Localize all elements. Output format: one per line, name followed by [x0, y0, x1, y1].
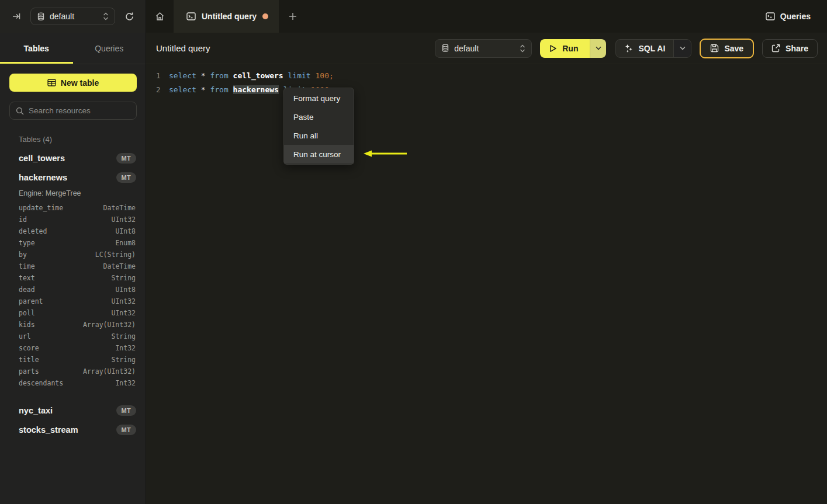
column-row[interactable]: update_timeDateTime [19, 202, 136, 214]
column-row[interactable]: parentUInt32 [19, 296, 136, 307]
table-row-hackernews[interactable]: hackernews MT [19, 168, 136, 187]
column-row[interactable]: deletedUInt8 [19, 225, 136, 237]
menu-item-paste[interactable]: Paste [284, 107, 354, 126]
home-icon [155, 12, 165, 22]
sidebar-tab-tables[interactable]: Tables [0, 33, 73, 64]
column-type: UInt32 [111, 309, 136, 317]
column-type: UInt32 [111, 297, 136, 305]
code-token-keyword: from [210, 85, 233, 94]
run-button-label: Run [562, 44, 578, 53]
plus-icon [289, 12, 297, 20]
column-row[interactable]: deadUInt8 [19, 284, 136, 296]
tab-untitled-query[interactable]: Untitled query [174, 0, 279, 33]
column-row[interactable]: titleString [19, 354, 136, 366]
external-link-icon [771, 44, 780, 53]
query-title: Untitled query [156, 43, 210, 53]
table-engine-label: Engine: MergeTree [19, 189, 146, 197]
database-selector[interactable]: default [30, 8, 115, 25]
refresh-icon [124, 12, 134, 22]
toolbar-database-selector[interactable]: default [435, 39, 532, 58]
column-type: DateTime [103, 262, 136, 270]
column-row[interactable]: urlString [19, 331, 136, 342]
table-name: hackernews [19, 173, 67, 182]
share-button[interactable]: Share [762, 39, 818, 58]
sql-ai-button[interactable]: SQL AI [616, 40, 673, 57]
terminal-icon [186, 12, 196, 20]
table-row-stocks-stream[interactable]: stocks_stream MT [19, 420, 136, 439]
sql-ai-button-group: SQL AI [615, 39, 691, 58]
run-button[interactable]: Run [540, 39, 590, 58]
topbar-left: default [0, 0, 146, 33]
code-token-keyword: select [169, 85, 201, 94]
sidebar-tab-queries[interactable]: Queries [73, 33, 146, 64]
column-row[interactable]: kidsArray(UInt32) [19, 319, 136, 331]
column-name: title [19, 356, 39, 364]
sql-editor[interactable]: 1select * from cell_towers limit 100;2se… [146, 64, 827, 96]
engine-badge: MT [116, 172, 136, 183]
queries-button-label: Queries [780, 12, 811, 21]
column-row[interactable]: textString [19, 272, 136, 284]
column-type: Int32 [115, 344, 136, 352]
play-icon [549, 44, 557, 53]
home-button[interactable] [146, 0, 174, 33]
queries-button[interactable]: Queries [759, 0, 827, 33]
code-token-plain [279, 85, 283, 94]
updown-chevron-icon [103, 12, 109, 20]
column-row[interactable]: idUInt32 [19, 214, 136, 225]
save-button-label: Save [724, 44, 743, 53]
column-type: Int32 [115, 379, 136, 387]
column-type: Array(UInt32) [83, 367, 136, 376]
database-icon [441, 44, 449, 53]
column-name: parent [19, 297, 43, 305]
table-row-nyc-taxi[interactable]: nyc_taxi MT [19, 401, 136, 420]
main-area: Untitled query default [146, 33, 827, 504]
collapse-sidebar-button[interactable] [8, 8, 25, 25]
column-type: String [111, 274, 136, 282]
column-name: parts [19, 367, 39, 376]
code-token-keyword: limit [288, 71, 316, 80]
column-type: Array(UInt32) [83, 321, 136, 329]
column-type: UInt8 [115, 227, 136, 235]
column-row[interactable]: partsArray(UInt32) [19, 366, 136, 377]
code-token-table-selected: hackernews [233, 85, 279, 94]
sql-ai-options-button[interactable] [673, 40, 691, 57]
new-table-button[interactable]: New table [9, 74, 137, 92]
code-line[interactable]: 1select * from cell_towers limit 100; [146, 68, 827, 82]
column-name: descendants [19, 379, 63, 387]
save-button[interactable]: Save [700, 39, 754, 58]
database-selector-value: default [50, 12, 74, 21]
column-row[interactable]: timeDateTime [19, 260, 136, 272]
line-number: 1 [146, 71, 169, 80]
engine-badge: MT [116, 405, 136, 416]
column-name: by [19, 251, 27, 259]
code-line[interactable]: 2select * from hackernews limit 1000 [146, 82, 827, 96]
run-options-button[interactable] [590, 39, 606, 58]
search-input[interactable] [29, 106, 132, 115]
tab-label: Untitled query [202, 12, 257, 21]
column-row[interactable]: pollUInt32 [19, 307, 136, 319]
menu-item-run-at-cursor[interactable]: Run at cursor [284, 145, 354, 164]
tab-strip: Untitled query Queries [146, 0, 827, 33]
code-token-table: cell_towers [233, 71, 283, 80]
column-row[interactable]: descendantsInt32 [19, 377, 136, 389]
column-row[interactable]: scoreInt32 [19, 342, 136, 354]
refresh-button[interactable] [121, 8, 137, 25]
sidebar: Tables Queries New table Tables (4) cell… [0, 33, 146, 504]
chevron-down-icon [596, 46, 601, 50]
code-text: select * from cell_towers limit 100; [169, 71, 334, 80]
column-type: String [111, 356, 136, 364]
line-number: 2 [146, 85, 169, 94]
table-row-cell-towers[interactable]: cell_towers MT [19, 148, 136, 168]
search-box[interactable] [9, 102, 137, 120]
query-toolbar: Untitled query default [146, 33, 827, 64]
code-token-keyword: select [169, 71, 201, 80]
context-menu: Format queryPasteRun allRun at cursor [283, 88, 354, 165]
menu-item-run-all[interactable]: Run all [284, 126, 354, 145]
menu-item-format-query[interactable]: Format query [284, 89, 354, 107]
column-row[interactable]: byLC(String) [19, 249, 136, 260]
new-tab-button[interactable] [279, 0, 307, 33]
column-row[interactable]: typeEnum8 [19, 237, 136, 249]
collapse-sidebar-icon [12, 12, 21, 21]
column-type: LC(String) [95, 251, 136, 259]
table-icon [47, 79, 56, 86]
